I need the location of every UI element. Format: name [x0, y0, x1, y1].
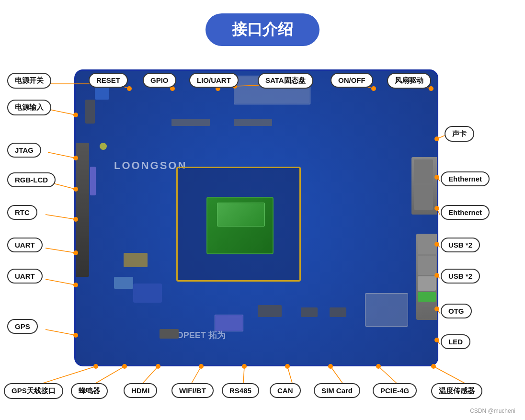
label-pcie-4g: PCIE-4G [373, 383, 417, 398]
footer: CSDN @mucheni [470, 408, 515, 414]
label-power-input: 电源输入 [7, 100, 51, 115]
comp3 [100, 143, 107, 150]
small-comp-6 [330, 307, 346, 317]
label-on-off: ON/OFF [331, 73, 373, 88]
small-comp-5 [301, 307, 318, 317]
cpu-chip [206, 197, 274, 254]
sim-card-area [365, 293, 408, 327]
label-rgb-lcd: RGB-LCD [7, 172, 56, 187]
label-hdmi: HDMI [124, 383, 157, 398]
label-rtc: RTC [7, 205, 37, 220]
label-gps-antenna: GPS天线接口 [4, 383, 63, 399]
usb-ports [416, 234, 438, 320]
label-rs485: RS485 [222, 383, 259, 398]
label-gps: GPS [7, 319, 38, 334]
label-fan-drive: 风扇驱动 [387, 73, 431, 89]
cpu-frame [176, 167, 301, 282]
label-buzzer: 蜂鸣器 [71, 383, 108, 399]
svg-line-21 [46, 215, 76, 219]
label-reset: RESET [89, 73, 128, 88]
small-comp-2 [114, 277, 133, 289]
small-comp-4 [258, 305, 282, 317]
label-gpio: GPIO [143, 73, 176, 88]
left-connectors [75, 143, 89, 277]
label-usb2: USB *2 [441, 269, 480, 284]
label-otg: OTG [441, 304, 472, 318]
svg-line-55 [331, 366, 342, 383]
label-can: CAN [270, 383, 301, 398]
label-sound-card: 声卡 [445, 126, 474, 142]
svg-line-51 [243, 366, 244, 383]
label-usb1: USB *2 [441, 238, 480, 252]
hdmi-connector [160, 329, 179, 339]
svg-line-57 [378, 366, 397, 383]
svg-line-49 [192, 366, 201, 383]
footer-text: CSDN @mucheni [470, 408, 515, 414]
svg-line-47 [143, 366, 158, 383]
cpu-top [217, 203, 265, 227]
small-comp-7 [171, 119, 210, 126]
label-power-switch: 电源开关 [7, 73, 51, 89]
wifi-module [215, 315, 243, 331]
svg-line-27 [46, 329, 76, 335]
label-sim-card: SIM Card [314, 383, 360, 398]
page-wrapper: 接口介绍 LOONGSON TOPEET 拓为 [0, 0, 525, 420]
board-inner: LOONGSON TOPEET 拓为 [76, 71, 437, 365]
label-uart2: UART [7, 269, 43, 284]
eth-ports [411, 157, 438, 215]
label-uart1: UART [7, 238, 43, 252]
label-temp-sensor: 温度传感器 [431, 383, 482, 399]
label-ethernet1: Ehthernet [441, 171, 490, 186]
label-led: LED [441, 334, 470, 349]
small-comp-8 [234, 119, 272, 126]
svg-line-53 [287, 366, 292, 383]
comp4 [90, 167, 96, 195]
svg-line-59 [434, 366, 465, 383]
label-sata: SATA固态盘 [258, 73, 313, 89]
svg-line-15 [48, 109, 76, 115]
svg-line-23 [46, 248, 76, 253]
label-wifi-bt: WIFI/BT [171, 383, 214, 398]
svg-line-25 [46, 279, 76, 285]
svg-line-43 [43, 366, 96, 383]
label-lio-uart: LIO/UART [189, 73, 239, 88]
label-ethernet2: Ehthernet [441, 205, 490, 220]
comp2 [85, 100, 95, 124]
small-comp-3 [133, 284, 162, 303]
svg-line-17 [48, 152, 76, 158]
board-area: LOONGSON TOPEET 拓为 [74, 69, 438, 366]
title-container: 接口介绍 [205, 13, 320, 46]
page-title: 接口介绍 [232, 21, 293, 38]
svg-line-45 [96, 366, 125, 383]
small-comp-1 [124, 253, 148, 267]
label-jtag: JTAG [7, 143, 41, 158]
